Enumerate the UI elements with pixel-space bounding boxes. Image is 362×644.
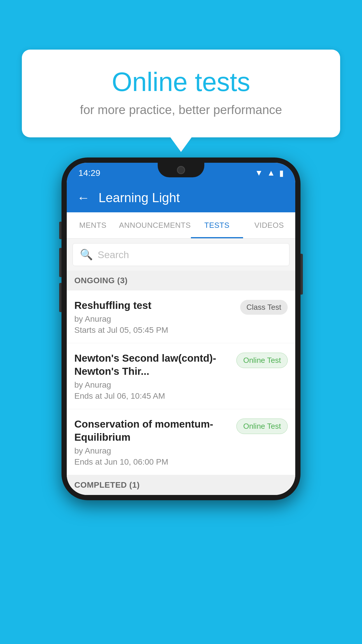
tab-announcements[interactable]: ANNOUNCEMENTS xyxy=(119,212,191,238)
test-time: Ends at Jun 10, 06:00 PM xyxy=(74,457,231,467)
app-bar: ← Learning Light xyxy=(67,183,295,212)
app-title: Learning Light xyxy=(99,190,180,205)
completed-section-header: COMPLETED (1) xyxy=(67,475,295,495)
test-by: by Anurag xyxy=(74,314,234,324)
test-name: Conservation of momentum-Equilibrium xyxy=(74,417,231,444)
test-info: Conservation of momentum-Equilibrium by … xyxy=(74,417,236,467)
test-list: Reshuffling test by Anurag Starts at Jul… xyxy=(67,290,295,475)
phone-button xyxy=(59,248,61,277)
phone-button xyxy=(59,283,61,312)
search-icon: 🔍 xyxy=(80,249,93,261)
test-info: Newton's Second law(contd)-Newton's Thir… xyxy=(74,351,236,401)
phone-button xyxy=(59,222,61,239)
signal-icon: ▲ xyxy=(267,168,275,178)
promo-title: Online tests xyxy=(36,67,326,97)
phone-mockup: 14:29 ▼ ▲ ▮ ← Learning Light MENTS ANNOU… xyxy=(61,158,301,500)
ongoing-section-header: ONGOING (3) xyxy=(67,271,295,290)
test-info: Reshuffling test by Anurag Starts at Jul… xyxy=(74,299,240,335)
test-badge-online: Online Test xyxy=(236,419,288,434)
test-badge-online: Online Test xyxy=(236,353,288,368)
test-by: by Anurag xyxy=(74,380,231,390)
status-icons: ▼ ▲ ▮ xyxy=(255,168,284,178)
search-bar[interactable]: 🔍 Search xyxy=(73,243,289,266)
test-item-newtons[interactable]: Newton's Second law(contd)-Newton's Thir… xyxy=(67,343,295,409)
tab-ments[interactable]: MENTS xyxy=(67,212,119,238)
tab-videos[interactable]: VIDEOS xyxy=(243,212,295,238)
search-container: 🔍 Search xyxy=(67,239,295,271)
battery-icon: ▮ xyxy=(279,168,284,178)
test-badge-class: Class Test xyxy=(240,300,288,315)
test-item-reshuffling[interactable]: Reshuffling test by Anurag Starts at Jul… xyxy=(67,290,295,343)
phone-button xyxy=(301,254,303,295)
promo-card: Online tests for more practice, better p… xyxy=(22,50,340,137)
test-time: Starts at Jul 05, 05:45 PM xyxy=(74,326,234,335)
back-button[interactable]: ← xyxy=(77,190,90,205)
status-time: 14:29 xyxy=(78,168,100,178)
tab-bar: MENTS ANNOUNCEMENTS TESTS VIDEOS xyxy=(67,212,295,239)
promo-subtitle: for more practice, better performance xyxy=(36,103,326,117)
wifi-icon: ▼ xyxy=(255,168,263,178)
test-name: Newton's Second law(contd)-Newton's Thir… xyxy=(74,351,231,378)
tab-tests[interactable]: TESTS xyxy=(191,212,243,238)
search-input[interactable]: Search xyxy=(98,249,129,260)
test-by: by Anurag xyxy=(74,446,231,456)
test-time: Ends at Jul 06, 10:45 AM xyxy=(74,391,231,401)
phone-screen: 14:29 ▼ ▲ ▮ ← Learning Light MENTS ANNOU… xyxy=(67,163,295,495)
phone-camera xyxy=(177,166,185,174)
test-name: Reshuffling test xyxy=(74,299,234,312)
test-item-conservation[interactable]: Conservation of momentum-Equilibrium by … xyxy=(67,409,295,475)
phone-notch xyxy=(158,163,204,177)
